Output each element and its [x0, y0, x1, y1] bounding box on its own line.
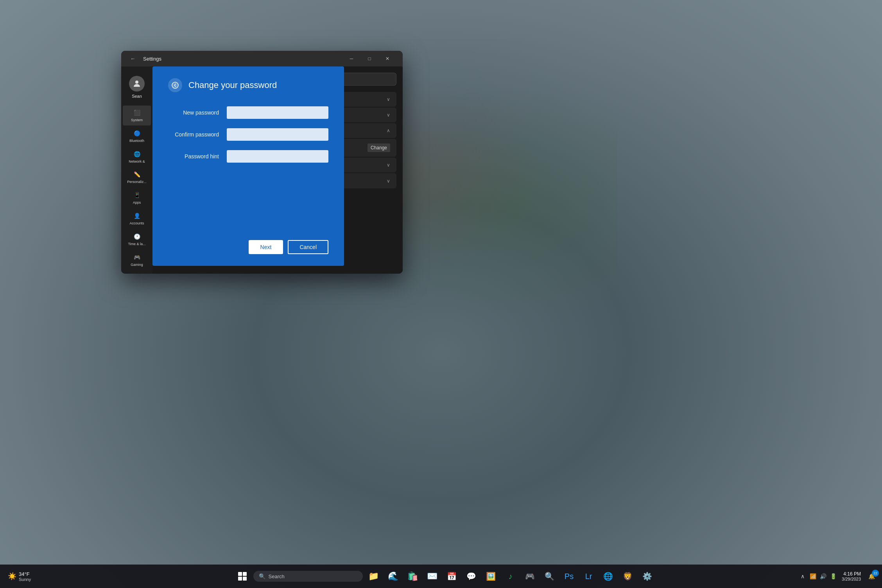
personalization-icon: ✏️ — [133, 170, 141, 178]
windows-logo — [238, 572, 247, 581]
apps-icon: 📱 — [133, 191, 141, 199]
sidebar-item-system[interactable]: ⬛ System — [123, 106, 151, 125]
change-button[interactable]: Change — [368, 143, 390, 152]
start-button[interactable] — [234, 568, 251, 585]
taskbar-left: ☀️ 34°F Sunny — [5, 570, 91, 583]
minimize-button[interactable]: ─ — [342, 52, 360, 65]
weather-widget[interactable]: ☀️ 34°F Sunny — [5, 570, 34, 583]
taskbar-photoshop[interactable]: Ps — [561, 568, 578, 585]
sidebar-item-network[interactable]: 🌐 Network & — [123, 147, 151, 167]
chevron-icon-never: ∨ — [387, 178, 390, 184]
logo-cell-1 — [238, 572, 242, 576]
bluetooth-icon: 🔵 — [133, 129, 141, 137]
chevron-icon-5: ∨ — [387, 162, 390, 168]
new-password-input[interactable] — [227, 106, 328, 119]
confirm-password-input[interactable] — [227, 128, 328, 141]
window-controls: ─ □ ✕ — [342, 52, 396, 65]
taskbar-spotify[interactable]: ♪ — [502, 568, 519, 585]
user-name-label: Sean — [132, 94, 142, 99]
sidebar-time-label: Time & la... — [128, 242, 145, 246]
change-password-dialog: Change your password New password Confir… — [152, 66, 344, 266]
window-title: Settings — [143, 56, 161, 62]
taskbar-settings[interactable]: ⚙️ — [639, 568, 656, 585]
sidebar-item-accounts[interactable]: 👤 Accounts — [123, 209, 151, 229]
chevron-icon-1: ∨ — [387, 97, 390, 102]
sidebar-item-bluetooth[interactable]: 🔵 Bluetooth — [123, 126, 151, 146]
password-hint-field: Password hint — [168, 150, 328, 163]
settings-sidebar: Sean ⬛ System 🔵 Bluetooth 🌐 Network & ✏️… — [121, 66, 152, 274]
notification-badge: 22 — [872, 570, 879, 577]
sidebar-item-accessibility[interactable]: ♿ Accessibil... — [123, 271, 151, 274]
cancel-button[interactable]: Cancel — [288, 240, 328, 254]
system-icon: ⬛ — [133, 109, 141, 117]
sidebar-user[interactable]: Sean — [121, 71, 152, 105]
chevron-icon-3: ∧ — [387, 128, 390, 133]
taskbar-chrome[interactable]: 🌐 — [600, 568, 617, 585]
taskbar-brave[interactable]: 🦁 — [619, 568, 636, 585]
accounts-icon: 👤 — [133, 212, 141, 220]
dialog-form: New password Confirm password Password h… — [168, 106, 328, 232]
clock-time: 4:16 PM — [842, 571, 861, 577]
clock-date: 3/29/2023 — [842, 577, 861, 581]
taskbar-calendar[interactable]: 📅 — [443, 568, 461, 585]
taskbar-mail[interactable]: ✉️ — [424, 568, 441, 585]
tray-volume[interactable]: 🔊 — [819, 572, 827, 580]
dialog-header: Change your password — [168, 78, 328, 92]
new-password-field: New password — [168, 106, 328, 119]
tray-battery[interactable]: 🔋 — [829, 572, 837, 580]
taskbar-right: ∧ 📶 🔊 🔋 4:16 PM 3/29/2023 🔔 22 — [799, 570, 877, 583]
password-hint-label: Password hint — [168, 153, 219, 160]
taskbar-store[interactable]: 🛍️ — [404, 568, 421, 585]
dialog-footer: Next Cancel — [168, 240, 328, 254]
sidebar-network-label: Network & — [129, 160, 145, 164]
titlebar-left: ← Settings — [127, 53, 161, 64]
taskbar-search-bar[interactable]: 🔍 Search — [253, 571, 363, 582]
sidebar-item-personalization[interactable]: ✏️ Personaliz... — [123, 167, 151, 187]
sidebar-gaming-label: Gaming — [131, 263, 143, 267]
taskbar-lightroom[interactable]: Lr — [580, 568, 597, 585]
network-icon: 🌐 — [133, 150, 141, 158]
sidebar-item-apps[interactable]: 📱 Apps — [123, 188, 151, 208]
notification-button[interactable]: 🔔 22 — [866, 570, 877, 582]
taskbar-photos[interactable]: 🖼️ — [482, 568, 500, 585]
taskbar-search2[interactable]: 🔍 — [541, 568, 558, 585]
taskbar-file-explorer[interactable]: 📁 — [365, 568, 382, 585]
back-button[interactable]: ← — [127, 53, 138, 64]
password-hint-input[interactable] — [227, 150, 328, 163]
taskbar-teams[interactable]: 💬 — [463, 568, 480, 585]
svg-point-1 — [172, 82, 178, 88]
time-icon: 🕐 — [133, 233, 141, 240]
user-avatar — [129, 76, 145, 91]
sidebar-item-time[interactable]: 🕐 Time & la... — [123, 229, 151, 249]
taskbar-edge[interactable]: 🌊 — [385, 568, 402, 585]
chevron-icon-2: ∨ — [387, 112, 390, 118]
confirm-password-label: Confirm password — [168, 131, 219, 138]
dialog-title: Change your password — [188, 80, 277, 90]
sidebar-item-gaming[interactable]: 🎮 Gaming — [123, 250, 151, 270]
logo-cell-4 — [243, 577, 247, 581]
close-button[interactable]: ✕ — [378, 52, 396, 65]
sidebar-bluetooth-label: Bluetooth — [129, 139, 144, 143]
sidebar-apps-label: Apps — [133, 201, 141, 205]
taskbar-game[interactable]: 🎮 — [522, 568, 539, 585]
taskbar: ☀️ 34°F Sunny 🔍 Search 📁 🌊 — [0, 565, 882, 588]
sidebar-accounts-label: Accounts — [129, 221, 144, 226]
tray-wifi[interactable]: 📶 — [809, 572, 817, 580]
settings-titlebar: ← Settings ─ □ ✕ — [121, 51, 403, 66]
system-tray: ∧ 📶 🔊 🔋 — [799, 572, 837, 580]
taskbar-center: 🔍 Search 📁 🌊 🛍️ ✉️ 📅 💬 🖼️ ♪ 🎮 — [91, 568, 799, 585]
next-button[interactable]: Next — [249, 240, 283, 254]
maximize-button[interactable]: □ — [360, 52, 378, 65]
weather-temperature: 34°F — [19, 571, 31, 577]
weather-condition: Sunny — [19, 577, 31, 582]
new-password-label: New password — [168, 109, 219, 116]
sidebar-system-label: System — [131, 118, 143, 122]
tray-chevron[interactable]: ∧ — [799, 572, 807, 580]
taskbar-clock[interactable]: 4:16 PM 3/29/2023 — [839, 570, 864, 583]
search-icon: 🔍 — [259, 573, 265, 579]
gaming-icon: 🎮 — [133, 253, 141, 261]
logo-cell-2 — [243, 572, 247, 576]
dialog-back-button[interactable] — [168, 78, 182, 92]
confirm-password-field: Confirm password — [168, 128, 328, 141]
search-bar-text: Search — [269, 574, 285, 579]
